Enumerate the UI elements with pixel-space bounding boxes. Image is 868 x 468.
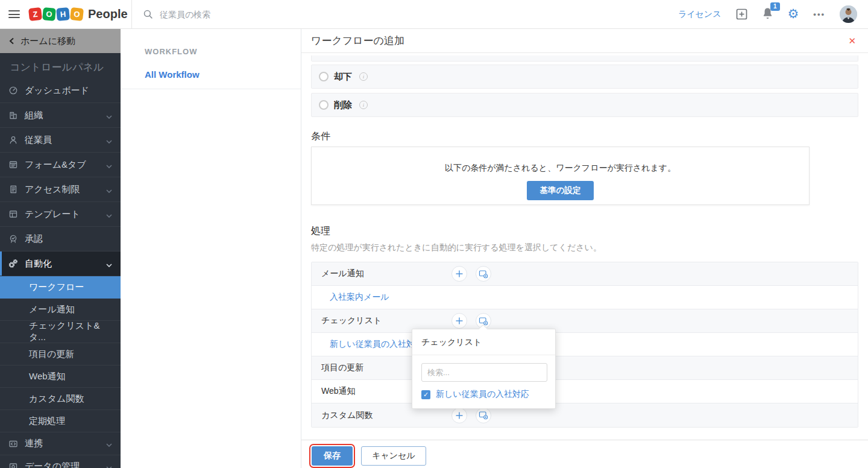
checklist-picker-popup: チェックリスト ✓ 新しい従業員の入社対応 — [412, 329, 556, 409]
info-icon[interactable]: i — [359, 72, 368, 81]
actions-table: メール通知 入社案内メール チェックリスト — [311, 262, 858, 428]
document-add-icon — [479, 411, 488, 420]
modal-title: ワークフローの追加 — [311, 34, 404, 48]
document-icon — [8, 185, 18, 194]
modal-header: ワークフローの追加 ✕ — [301, 29, 868, 53]
add-new-action-button[interactable] — [451, 408, 467, 423]
search-input[interactable] — [160, 10, 413, 19]
sidebar-item-email-notifications[interactable]: メール通知 — [0, 299, 121, 321]
code-integration-icon — [8, 439, 18, 449]
sidebar-item-label: データの管理 — [25, 461, 80, 468]
radio-label: 削除 — [334, 100, 352, 111]
sidebar-item-label: カスタム関数 — [29, 393, 84, 405]
user-avatar[interactable] — [840, 5, 857, 23]
logo-tile-h: H — [56, 7, 70, 21]
employee-search[interactable] — [143, 9, 413, 19]
workflow-list-panel: WORKFLOW All Workflow — [121, 29, 301, 468]
all-workflow-link[interactable]: All Workflow — [145, 69, 200, 80]
sidebar-item-checklist[interactable]: チェックリスト&タ... — [0, 321, 121, 343]
close-icon[interactable]: ✕ — [848, 36, 856, 46]
action-item-new-employee-checklist: 新しい従業員の入社対応 — [312, 333, 858, 356]
sidebar-item-label: テンプレート — [25, 209, 80, 220]
notifications-bell[interactable]: 1 — [762, 7, 773, 22]
zoho-people-logo[interactable]: Z O H O People — [29, 7, 131, 21]
chevron-down-icon — [106, 259, 112, 269]
sidebar-item-label: 定期処理 — [29, 416, 65, 427]
conditions-heading: 条件 — [311, 130, 858, 143]
add-new-action-button[interactable] — [451, 266, 467, 282]
sidebar-item-field-updates[interactable]: 項目の更新 — [0, 343, 121, 365]
actions-heading: 処理 — [311, 225, 858, 238]
license-link[interactable]: ライセンス — [678, 9, 722, 20]
plus-icon — [455, 317, 464, 325]
control-panel-sidebar: ホームに移動 コントロールパネル ダッシュボード 組織 従業員 フォーム&タブ … — [0, 29, 121, 468]
sidebar-item-label: ワークフロー — [29, 282, 84, 293]
conditions-box: 以下の条件が満たされると、ワークフローが実行されます。 基準の設定 — [311, 147, 810, 205]
back-to-home[interactable]: ホームに移動 — [0, 29, 121, 53]
sidebar-item-label: 承認 — [25, 233, 43, 245]
sidebar-item-custom-functions[interactable]: カスタム関数 — [0, 388, 121, 410]
category-label: チェックリスト — [321, 315, 451, 326]
action-item-link[interactable]: 入社案内メール — [330, 292, 389, 303]
action-item-onboarding-email: 入社案内メール — [312, 286, 858, 309]
search-icon — [143, 9, 153, 19]
logo-tile-o2: O — [70, 7, 84, 21]
cancel-button[interactable]: キャンセル — [361, 446, 426, 466]
sidebar-item-integrations[interactable]: 連携 — [0, 432, 121, 455]
more-options-icon[interactable]: ••• — [813, 10, 825, 19]
associate-existing-button[interactable] — [476, 408, 491, 423]
settings-gear-icon[interactable]: ⚙ — [788, 8, 799, 21]
chevron-down-icon — [106, 438, 112, 449]
sidebar-item-web-notifications[interactable]: Web通知 — [0, 365, 121, 388]
sidebar-item-automation[interactable]: 自動化 — [0, 251, 121, 276]
action-category-web-notification: Web通知 — [312, 380, 858, 403]
popup-search-input[interactable] — [421, 363, 547, 382]
back-home-label: ホームに移動 — [20, 36, 75, 47]
sidebar-item-approvals[interactable]: 承認 — [0, 227, 121, 251]
popup-title: チェックリスト — [412, 329, 555, 355]
sidebar-item-dashboard[interactable]: ダッシュボード — [0, 78, 121, 103]
actions-subtext: 特定の処理が実行されたときに自動的に実行する処理を選択してください。 — [311, 242, 858, 253]
sidebar-item-templates[interactable]: テンプレート — [0, 202, 121, 227]
info-icon[interactable]: i — [359, 101, 368, 109]
action-category-email: メール通知 — [312, 262, 858, 286]
add-new-action-button[interactable] — [451, 313, 467, 329]
associate-existing-button[interactable] — [476, 266, 491, 282]
person-icon — [8, 135, 18, 145]
sidebar-item-label: フォーム&タブ — [25, 159, 86, 171]
topbar-actions: ライセンス 1 ⚙ ••• — [678, 5, 868, 23]
conditions-description: 以下の条件が満たされると、ワークフローが実行されます。 — [312, 163, 809, 174]
set-criteria-button[interactable]: 基準の設定 — [527, 181, 594, 200]
save-button[interactable]: 保存 — [312, 446, 353, 466]
modal-body: 却下 i 削除 i 条件 以下の条件が満たされると、ワークフローが実行されます。… — [301, 53, 868, 468]
add-new-icon[interactable] — [736, 8, 747, 20]
template-icon — [8, 209, 18, 219]
sidebar-item-access-restrictions[interactable]: アクセス制限 — [0, 177, 121, 202]
action-category-custom-function: カスタム関数 — [312, 403, 858, 427]
radio-row-reject[interactable]: 却下 i — [311, 65, 858, 89]
action-item-link[interactable]: 新しい従業員の入社対応 — [330, 339, 423, 350]
sidebar-item-label: 自動化 — [25, 258, 52, 270]
workflow-panel-title: WORKFLOW — [145, 47, 197, 56]
sidebar-item-label: アクセス制限 — [25, 184, 80, 195]
sidebar-item-data-management[interactable]: データの管理 — [0, 455, 121, 468]
hamburger-menu-icon[interactable] — [8, 8, 20, 21]
sidebar-item-organization[interactable]: 組織 — [0, 103, 121, 128]
sidebar-item-forms-tabs[interactable]: フォーム&タブ — [0, 153, 121, 177]
document-add-icon — [479, 270, 488, 279]
checklist-option[interactable]: ✓ 新しい従業員の入社対応 — [412, 382, 555, 408]
radio-row-delete[interactable]: 削除 i — [311, 93, 858, 117]
automation-gears-icon — [8, 259, 18, 268]
radio-button[interactable] — [319, 100, 329, 110]
radio-button[interactable] — [319, 72, 329, 81]
action-category-field-update: 項目の更新 — [312, 356, 858, 380]
product-name: People — [88, 7, 128, 21]
add-workflow-modal: ワークフローの追加 ✕ 却下 i 削除 i 条件 以下の条件が満たされると、ワー… — [301, 29, 868, 468]
sidebar-item-scheduled-actions[interactable]: 定期処理 — [0, 410, 121, 432]
sidebar-item-label: ダッシュボード — [25, 85, 89, 96]
sidebar-item-employees[interactable]: 従業員 — [0, 128, 121, 153]
plus-icon — [455, 411, 464, 420]
checked-checkbox[interactable]: ✓ — [421, 390, 430, 399]
sidebar-item-workflow[interactable]: ワークフロー — [0, 276, 121, 299]
logo-tile-o1: O — [42, 7, 56, 21]
